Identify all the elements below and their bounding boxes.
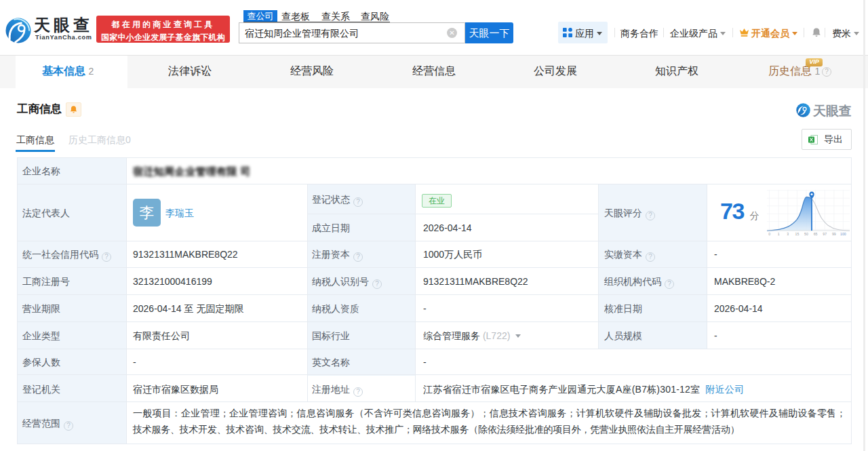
svg-text:0: 0	[768, 232, 770, 236]
svg-text:15: 15	[795, 232, 800, 236]
svg-text:99: 99	[832, 232, 836, 236]
svg-text:50: 50	[804, 232, 808, 236]
svg-text:3: 3	[787, 232, 789, 236]
svg-text:100: 100	[840, 232, 846, 236]
svg-text:65: 65	[814, 232, 818, 236]
svg-text:1: 1	[778, 232, 780, 236]
svg-text:97: 97	[823, 232, 827, 236]
